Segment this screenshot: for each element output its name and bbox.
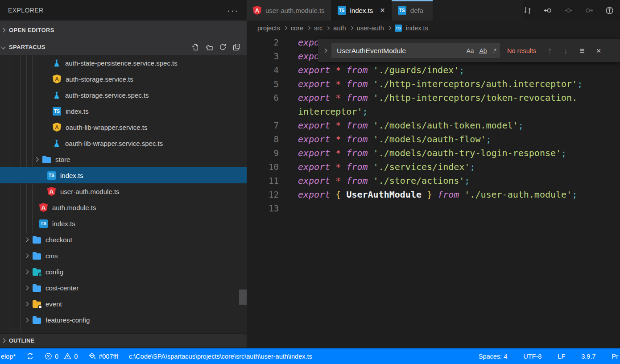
tree-item-label: store	[55, 156, 70, 163]
tree-item-cms[interactable]: cms	[0, 248, 247, 264]
new-folder-icon[interactable]	[205, 43, 213, 51]
status-item[interactable]: LF	[558, 353, 565, 360]
chevron-right-icon	[1, 28, 6, 32]
code-text: expo	[279, 36, 319, 50]
section-spartacus[interactable]: SPARTACUS	[0, 39, 247, 55]
line-number: 6	[247, 91, 279, 105]
chevron-down-icon	[1, 45, 6, 50]
regex-icon[interactable]: .*	[492, 47, 496, 54]
problems-item[interactable]: 0 0	[45, 352, 78, 360]
editor-actions	[523, 0, 620, 21]
find-input[interactable]: UserAuthEventModule Aa Ab .*	[331, 43, 500, 58]
section-open-editors[interactable]: OPEN EDITORS	[0, 21, 247, 39]
tree-item-config[interactable]: config	[0, 264, 247, 280]
tree-item-checkout[interactable]: checkout	[0, 232, 247, 248]
previous-match-icon[interactable]: ↑	[548, 46, 552, 55]
code-line: 13	[247, 202, 620, 215]
folder-icon	[33, 253, 41, 260]
breadcrumb-item[interactable]: projects	[257, 25, 280, 32]
status-item[interactable]: Pr	[612, 353, 619, 360]
close-icon[interactable]: ×	[380, 6, 385, 14]
file-history-icon[interactable]	[605, 6, 614, 15]
tree-item-user-auth-module-ts[interactable]: Auser-auth.module.ts	[0, 183, 247, 199]
previous-change-icon[interactable]	[544, 6, 552, 15]
angular-service-icon: A	[53, 74, 61, 83]
breadcrumb-item[interactable]: core	[291, 25, 303, 32]
next-change-icon[interactable]	[585, 6, 593, 15]
sync-changes-icon[interactable]	[26, 352, 34, 360]
find-in-selection-icon[interactable]: ≡	[579, 46, 584, 55]
tree-item-index-ts[interactable]: TSindex.ts	[0, 215, 247, 232]
tab-default[interactable]: TS defa	[392, 0, 433, 21]
tree-item-index-ts[interactable]: TSindex.ts	[0, 103, 247, 119]
tree-item-label: index.ts	[52, 220, 75, 228]
close-find-icon[interactable]: ×	[596, 46, 601, 55]
line-number: 8	[247, 132, 279, 146]
tree-item-label: oauth-lib-wrapper.service.spec.ts	[65, 140, 163, 147]
breadcrumb-item[interactable]: auth	[333, 25, 346, 32]
chevron-right-icon	[25, 269, 29, 274]
tree-item-cost-center[interactable]: cost-center	[0, 280, 247, 296]
more-actions-icon[interactable]: ···	[227, 8, 239, 12]
tree-item-store[interactable]: store	[0, 151, 247, 167]
peacock-color-item[interactable]: #007fff	[88, 352, 118, 360]
typescript-icon: TS	[53, 107, 61, 116]
test-flask-icon	[53, 91, 61, 99]
tree-item-label: cms	[45, 252, 58, 260]
status-item[interactable]: 3.9.7	[581, 353, 595, 360]
match-case-icon[interactable]: Aa	[466, 47, 474, 54]
tree-item-event[interactable]: event	[0, 296, 247, 312]
open-changes-icon[interactable]	[523, 6, 532, 15]
line-number: 13	[247, 202, 279, 215]
breadcrumb-item[interactable]: index.ts	[406, 25, 428, 32]
next-match-icon[interactable]: ↓	[564, 46, 568, 55]
tree-item-label: oauth-lib-wrapper.service.ts	[66, 124, 147, 131]
tree-item-oauth-lib-wrapper-service-spec-ts[interactable]: oauth-lib-wrapper.service.spec.ts	[0, 135, 247, 151]
tree-item-index-ts[interactable]: TSindex.ts	[0, 167, 247, 183]
breadcrumb-item[interactable]: src	[314, 25, 322, 32]
git-branch-item[interactable]: elop*	[1, 353, 16, 360]
tree-item-auth-state-persistence-service-spec-ts[interactable]: auth-state-persistence.service.spec.ts	[0, 55, 247, 71]
section-outline[interactable]: OUTLINE	[0, 333, 247, 347]
tree-item-auth-module-ts[interactable]: Aauth.module.ts	[0, 199, 247, 215]
section-label: OUTLINE	[9, 337, 34, 344]
toggle-replace-icon[interactable]	[318, 49, 331, 52]
error-count: 0	[55, 353, 58, 360]
tree-item-auth-storage-service-spec-ts[interactable]: auth-storage.service.spec.ts	[0, 87, 247, 103]
refresh-icon[interactable]	[219, 43, 227, 51]
tab-bar: A user-auth.module.ts TS index.ts × TS d…	[247, 0, 620, 21]
line-number: 10	[247, 160, 279, 174]
typescript-icon: TS	[338, 6, 346, 15]
code-text: export { UserAuthModule } from './user-a…	[279, 188, 577, 202]
tab-user-auth-module[interactable]: A user-auth.module.ts	[247, 0, 331, 21]
tree-item-oauth-lib-wrapper-service-ts[interactable]: Aoauth-lib-wrapper.service.ts	[0, 119, 247, 135]
tree-item-features-config[interactable]: features-config	[0, 312, 247, 328]
chevron-right-icon	[25, 237, 29, 242]
find-status: No results	[507, 47, 536, 54]
new-file-icon[interactable]	[191, 43, 199, 51]
status-item[interactable]: UTF-8	[523, 353, 541, 360]
tab-label: defa	[410, 7, 423, 14]
angular-service-icon: A	[53, 123, 61, 132]
tree-item-auth-storage-service-ts[interactable]: Aauth-storage.service.ts	[0, 71, 247, 87]
code-editor[interactable]: 2expo3expo4export * from './guards/index…	[247, 36, 620, 348]
tab-index-ts[interactable]: TS index.ts ×	[331, 0, 392, 21]
folder-icon	[33, 285, 41, 292]
whole-word-icon[interactable]: Ab	[479, 47, 487, 54]
section-label: SPARTACUS	[9, 44, 45, 50]
tree-item-label: cost-center	[45, 284, 79, 292]
find-value: UserAuthEventModule	[337, 47, 461, 55]
code-text	[279, 202, 298, 215]
folder-icon	[33, 318, 41, 324]
change-marker-icon[interactable]	[564, 6, 573, 15]
breadcrumb-separator-icon	[388, 26, 391, 30]
file-path-item[interactable]: c:\Code\SPA\spartacus\projects\core\src\…	[129, 353, 312, 360]
collapse-all-icon[interactable]	[233, 43, 240, 51]
warning-icon	[64, 352, 71, 360]
sidebar-scrollbar[interactable]	[239, 290, 247, 305]
status-item[interactable]: Spaces: 4	[479, 353, 508, 360]
breadcrumb-item[interactable]: user-auth	[357, 25, 384, 32]
explorer-sidebar: EXPLORER ··· OPEN EDITORS SPARTACUS auth…	[0, 0, 247, 348]
tree-item-label: config	[45, 268, 63, 276]
code-text: export * from './models/auth-token.model…	[279, 119, 524, 132]
